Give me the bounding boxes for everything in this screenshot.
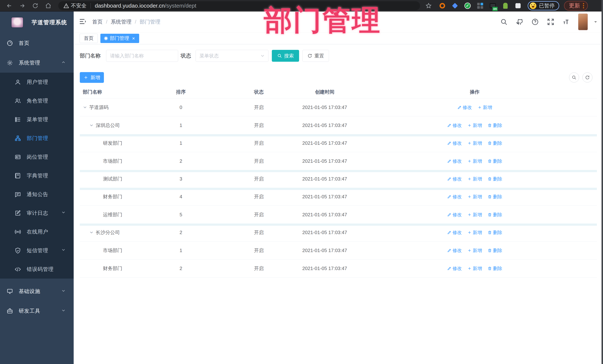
extension-puzzle-icon[interactable] [515, 2, 521, 9]
browser-update-button[interactable]: 更新 [564, 1, 588, 11]
add-button[interactable]: 新增 [80, 72, 104, 83]
extension-onetab-icon[interactable]: on [489, 2, 496, 9]
breadcrumb-item[interactable]: 首页 [92, 18, 103, 25]
edit-action-link[interactable]: 修改 [447, 122, 462, 128]
add-action-link[interactable]: 新增 [467, 158, 482, 164]
edit-action-link[interactable]: 修改 [447, 212, 462, 218]
user-avatar[interactable] [578, 13, 588, 30]
search-button[interactable]: 搜索 [272, 50, 299, 62]
browser-profile-chip[interactable]: 已暂停 [528, 1, 559, 10]
sidebar-item-label: 角色管理 [27, 97, 48, 104]
github-icon[interactable] [516, 18, 523, 26]
sidebar-item-devtool[interactable]: 研发工具 [0, 301, 74, 321]
dept-name-input[interactable] [106, 50, 178, 62]
sidebar-item-notice[interactable]: 通知公告 [0, 185, 74, 204]
page-scrollbar[interactable] [602, 0, 603, 364]
sidebar-item-dept[interactable]: 部门管理 [0, 129, 74, 147]
add-action-link[interactable]: 新增 [467, 212, 482, 218]
sidebar-item-user[interactable]: 用户管理 [0, 73, 74, 91]
delete-action-link[interactable]: 删除 [487, 122, 502, 128]
actions-cell: 修改新增删除 [352, 140, 597, 146]
expand-row-icon[interactable] [89, 230, 94, 235]
status-select-input[interactable] [196, 50, 268, 62]
extension-green-figure-icon[interactable] [502, 2, 509, 9]
add-action-link[interactable]: 新增 [477, 104, 492, 110]
not-secure-warning[interactable]: 不安全 [63, 2, 86, 9]
fullscreen-icon[interactable] [547, 18, 554, 26]
extension-squares-icon[interactable] [477, 2, 484, 9]
sidebar-logo[interactable]: 芋道管理系统 [0, 11, 74, 33]
dict-icon [14, 173, 22, 179]
sort-cell: 1 [141, 140, 221, 146]
reload-icon[interactable] [32, 2, 39, 10]
tab-部门管理[interactable]: 部门管理× [100, 34, 139, 43]
bookmark-star-icon[interactable] [425, 2, 432, 10]
add-action-link[interactable]: 新增 [467, 265, 482, 272]
sidebar-item-menu[interactable]: 菜单管理 [0, 110, 74, 129]
edit-action-link[interactable]: 修改 [447, 230, 462, 236]
dept-name-cell: 市场部门 [80, 247, 141, 254]
sidebar-item-post[interactable]: 岗位管理 [0, 147, 74, 166]
sidebar-item-infra[interactable]: 基础设施 [0, 282, 74, 301]
expand-row-icon[interactable] [89, 123, 94, 128]
browser-menu-dots-icon[interactable] [583, 3, 584, 8]
add-action-link[interactable]: 新增 [467, 194, 482, 200]
delete-action-link[interactable]: 删除 [487, 212, 502, 218]
table-toolbar: 新增 [80, 72, 597, 83]
edit-action-link[interactable]: 修改 [447, 140, 462, 146]
status-select[interactable] [196, 50, 268, 62]
edit-action-link[interactable]: 修改 [447, 176, 462, 182]
add-action-link[interactable]: 新增 [467, 176, 482, 182]
breadcrumb-item[interactable]: 系统管理 [111, 18, 132, 25]
expand-row-icon[interactable] [82, 105, 87, 110]
sidebar-item-dict[interactable]: 字典管理 [0, 166, 74, 185]
trash-icon [487, 141, 492, 145]
delete-action-link[interactable]: 删除 [487, 158, 502, 164]
help-icon[interactable] [531, 18, 539, 26]
extension-check-icon[interactable]: ✓ [464, 2, 471, 9]
edit-action-link[interactable]: 修改 [447, 265, 462, 272]
sidebar-item-online[interactable]: 在线用户 [0, 222, 74, 241]
sidebar-item-errcode[interactable]: 错误码管理 [0, 260, 74, 278]
edit-action-link[interactable]: 修改 [447, 158, 462, 164]
toggle-search-button[interactable] [569, 72, 579, 82]
delete-action-link[interactable]: 删除 [487, 176, 502, 182]
delete-action-link[interactable]: 删除 [487, 247, 502, 254]
extension-orange-icon[interactable] [439, 2, 446, 9]
sidebar-item-audit[interactable]: 审计日志 [0, 204, 74, 222]
sidebar-item-sms[interactable]: 短信管理 [0, 241, 74, 260]
trash-icon [487, 230, 492, 235]
edit-action-link[interactable]: 修改 [447, 247, 462, 254]
edit-action-link[interactable]: 修改 [447, 194, 462, 200]
trash-icon [487, 195, 492, 199]
extension-drop-icon[interactable] [452, 2, 458, 9]
breadcrumb-item: 部门管理 [140, 18, 161, 25]
refresh-button[interactable] [582, 72, 592, 82]
add-action-link[interactable]: 新增 [467, 247, 482, 254]
add-action-link[interactable]: 新增 [467, 230, 482, 236]
add-action-link[interactable]: 新增 [467, 122, 482, 128]
plus-icon [467, 248, 472, 253]
close-tab-icon[interactable]: × [132, 36, 135, 41]
sidebar-item-label: 首页 [19, 40, 30, 47]
add-action-link[interactable]: 新增 [467, 140, 482, 146]
sidebar-item-role[interactable]: 角色管理 [0, 91, 74, 110]
delete-action-link[interactable]: 删除 [487, 194, 502, 200]
tab-首页[interactable]: 首页 [80, 34, 98, 43]
delete-action-link[interactable]: 删除 [487, 140, 502, 146]
home-icon[interactable] [45, 2, 52, 10]
sidebar-item-system[interactable]: 系统管理 [0, 53, 74, 73]
sidebar-item-home[interactable]: 首页 [0, 33, 74, 53]
forward-icon[interactable] [19, 2, 26, 10]
profile-emoji-avatar [530, 2, 536, 9]
reset-button[interactable]: 重置 [302, 50, 329, 62]
back-icon[interactable] [6, 2, 13, 10]
avatar-caret-icon[interactable] [593, 20, 598, 24]
font-size-icon[interactable] [563, 18, 570, 26]
delete-action-link[interactable]: 删除 [487, 265, 502, 272]
search-icon[interactable] [500, 18, 508, 26]
edit-action-link[interactable]: 修改 [457, 104, 472, 110]
address-bar[interactable]: 不安全 dashboard.yudao.iocoder.cn/system/de… [58, 1, 420, 10]
hamburger-icon[interactable] [79, 18, 86, 26]
delete-action-link[interactable]: 删除 [487, 230, 502, 236]
